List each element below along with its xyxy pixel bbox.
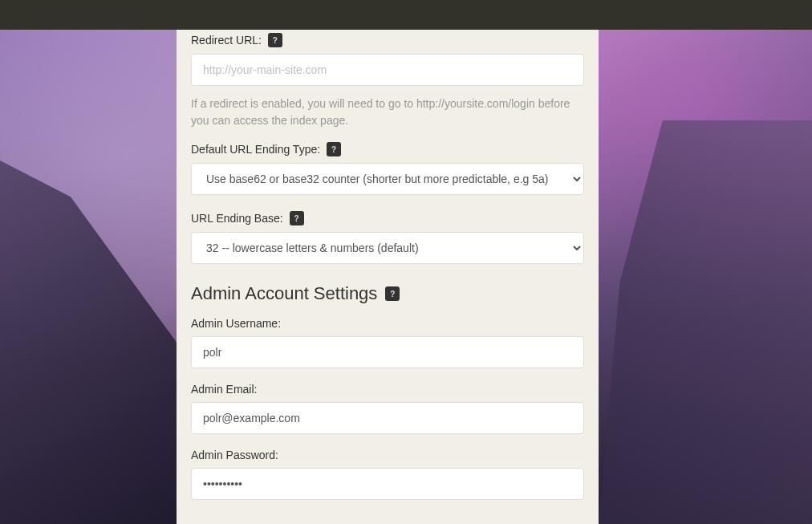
admin-password-group: Admin Password: bbox=[191, 449, 584, 500]
admin-email-group: Admin Email: bbox=[191, 383, 584, 434]
help-icon[interactable]: ? bbox=[385, 286, 400, 301]
redirect-help-text: If a redirect is enabled, you will need … bbox=[191, 95, 584, 129]
url-ending-base-group: URL Ending Base: ? 32 -- lowercase lette… bbox=[191, 211, 584, 264]
help-icon[interactable]: ? bbox=[327, 142, 341, 156]
url-ending-type-group: Default URL Ending Type: ? Use base62 or… bbox=[191, 142, 584, 195]
help-icon[interactable]: ? bbox=[290, 211, 304, 225]
url-ending-base-label: URL Ending Base: bbox=[191, 212, 283, 225]
top-nav-bar bbox=[0, 0, 812, 30]
redirect-url-label: Redirect URL: bbox=[191, 34, 262, 47]
admin-settings-heading: Admin Account Settings ? bbox=[191, 283, 584, 304]
admin-username-label: Admin Username: bbox=[191, 317, 281, 330]
url-ending-type-label: Default URL Ending Type: bbox=[191, 143, 320, 156]
admin-username-input[interactable] bbox=[191, 336, 584, 368]
help-icon[interactable]: ? bbox=[268, 33, 282, 47]
admin-password-input[interactable] bbox=[191, 468, 584, 500]
redirect-url-group: Redirect URL: ? If a redirect is enabled… bbox=[191, 30, 584, 129]
admin-heading-text: Admin Account Settings bbox=[191, 283, 377, 304]
admin-password-label: Admin Password: bbox=[191, 449, 278, 461]
settings-form-panel: Redirect URL: ? If a redirect is enabled… bbox=[177, 30, 599, 524]
url-ending-type-select[interactable]: Use base62 or base32 counter (shorter bu… bbox=[191, 163, 584, 195]
redirect-url-input[interactable] bbox=[191, 54, 584, 86]
url-ending-base-select[interactable]: 32 -- lowercase letters & numbers (defau… bbox=[191, 232, 584, 264]
admin-email-label: Admin Email: bbox=[191, 383, 257, 396]
admin-username-group: Admin Username: bbox=[191, 317, 584, 368]
admin-email-input[interactable] bbox=[191, 402, 584, 434]
